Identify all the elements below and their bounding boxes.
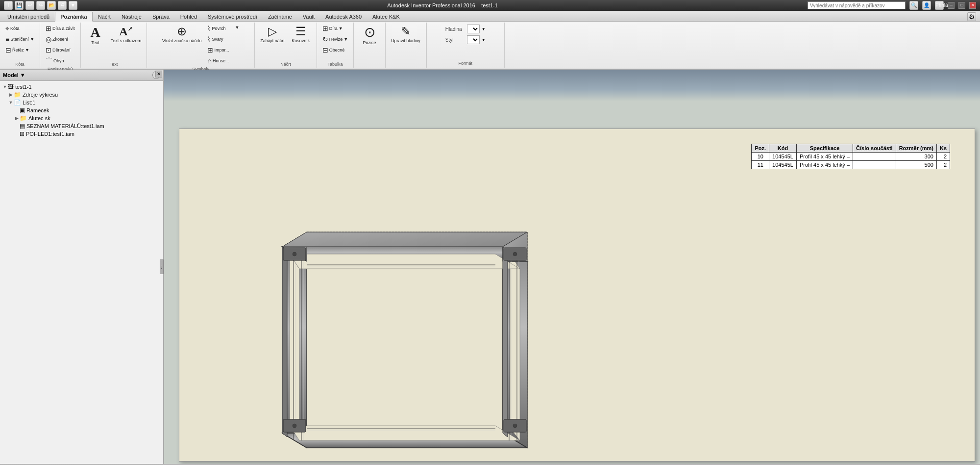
dira2-btn[interactable]: ⊞ Díra ▼ — [320, 24, 350, 33]
ribbon-group-nacrt: ▷ Zahájit náčrt ☰ Kusovník Náčrt — [255, 23, 317, 68]
quick-save[interactable]: 💾 — [15, 1, 24, 10]
title-bar: I 💾 ↩ ↪ 📂 🖨 ▼ Autodesk Inventor Professi… — [0, 0, 980, 11]
tab-alutec[interactable]: Alutec K&K — [367, 12, 405, 21]
ribbon-group-text: A Text A↗ Text s odkazem Text — [81, 23, 147, 68]
house-btn[interactable]: ⌂ House... — [205, 56, 231, 66]
search-input[interactable] — [808, 1, 906, 9]
kota-label: Kóta — [15, 61, 24, 67]
app-icon[interactable]: I — [4, 1, 13, 10]
quick-print[interactable]: 🖨 — [58, 1, 67, 10]
symboly-expand-btn[interactable]: ▼ — [232, 24, 242, 31]
maximize-btn[interactable]: □ — [958, 2, 965, 9]
tab-umisteni[interactable]: Umístění pohledů — [2, 12, 55, 21]
revize-icon: ↻ — [322, 36, 328, 43]
text-items: A Text A↗ Text s odkazem — [84, 24, 144, 61]
bom-ks: 2 — [936, 153, 950, 161]
ohyb-btn[interactable]: ⌒ Ohyb — [43, 56, 77, 66]
format-label: Formát — [458, 60, 472, 66]
minimize-btn[interactable]: ─ — [948, 2, 955, 9]
bom-ks: 2 — [936, 161, 950, 169]
quick-undo[interactable]: ↩ — [25, 1, 34, 10]
kota-btn[interactable]: ⌖ Kóta — [3, 24, 37, 33]
tab-nacrt[interactable]: Náčrt — [93, 12, 116, 21]
label-zdroje: Zdroje výkresu — [23, 92, 58, 98]
tab-pohled[interactable]: Pohled — [175, 12, 202, 21]
svary-icon: ⌇ — [207, 36, 211, 43]
sidebar-title[interactable]: Model ▼ — [3, 72, 25, 78]
bom-kod: 104545L — [769, 161, 797, 169]
zahajit-icon: ▷ — [268, 26, 277, 37]
retez-btn[interactable]: ⊟ Řetěz ▼ — [3, 45, 37, 55]
icon-pohled: ⊞ — [20, 130, 24, 137]
tab-zaciname[interactable]: Začínáme — [263, 12, 297, 21]
text-odkaz-btn[interactable]: A↗ Text s odkazem — [108, 24, 144, 45]
help-search-icon[interactable]: 🔍 — [909, 1, 918, 10]
tab-a360[interactable]: Autodesk A360 — [320, 12, 367, 21]
upravit-hladiny-btn[interactable]: ✎ Upravit hladiny — [389, 24, 423, 45]
user-icon[interactable]: 👤 — [922, 1, 931, 10]
tree-item-ramecek[interactable]: ▣ Ramecek — [2, 106, 161, 114]
bom-table: Poz. Kód Specifikace Číslo součásti Rozm… — [751, 144, 950, 169]
zkoseni-icon: ◎ — [46, 36, 51, 43]
quick-open[interactable]: 📂 — [47, 1, 56, 10]
tree-item-pohled[interactable]: ⊞ POHLED1:test1.iam — [2, 130, 161, 138]
bom-specifikace: Profil 45 x 45 lehký – — [796, 161, 853, 169]
expand-alutec: ▶ — [14, 116, 20, 121]
tab-vault[interactable]: Vault — [297, 12, 320, 21]
tab-poznamka[interactable]: Poznámka — [55, 12, 92, 22]
staniceni-btn[interactable]: ≡ Staničení ▼ — [3, 34, 37, 44]
close-btn[interactable]: ✕ — [969, 2, 976, 9]
tree-item-alutec[interactable]: ▶ 📁 Alutec sk — [2, 114, 161, 122]
kusovnik-btn[interactable]: ☰ Kusovník — [288, 24, 314, 45]
canvas-area[interactable]: Poz. Kód Specifikace Číslo součásti Rozm… — [164, 70, 980, 464]
sidebar-close-btn[interactable]: ✕ — [155, 71, 162, 78]
vlozit-btn[interactable]: ⊕ Vložit značku náčrtu — [160, 24, 204, 45]
svg-marker-12 — [503, 247, 508, 437]
hladina-select[interactable] — [467, 25, 480, 33]
quick-redo[interactable]: ↪ — [36, 1, 45, 10]
hladina-label: Hladina — [445, 26, 465, 32]
text-btn[interactable]: A Text — [84, 24, 107, 47]
bom-header-ks: Ks — [936, 144, 950, 153]
ribbon-group-kota: ⌖ Kóta ≡ Staničení ▼ ⊟ Řetěz ▼ Kóta — [0, 23, 40, 68]
tabulka-label: Tabulka — [327, 61, 343, 67]
kota-icon: ⌖ — [5, 25, 9, 32]
upravit-items: ✎ Upravit hladiny — [389, 24, 423, 66]
title-bar-title: Autodesk Inventor Professional 2016 test… — [77, 2, 808, 8]
tree-item-list[interactable]: ▼ 📄 List:1 — [2, 99, 161, 106]
label-seznam: SEZNAM MATERIÁLŮ:test1.iam — [26, 123, 104, 129]
tab-sprava[interactable]: Správa — [147, 12, 175, 21]
svary-btn[interactable]: ⌇ Svary — [205, 34, 231, 44]
pozice-btn[interactable]: ⊙ Pozice — [357, 24, 382, 47]
hladina-row: Hladina ▼ — [445, 25, 486, 33]
ribbon-tabs: Umístění pohledů Poznámka Náčrt Nástroje… — [0, 11, 980, 22]
quick-settings[interactable]: ▼ — [69, 1, 77, 10]
ribbon: ⌖ Kóta ≡ Staničení ▼ ⊟ Řetěz ▼ Kóta ⊞ — [0, 22, 980, 70]
text-icon: A — [91, 26, 100, 39]
tabulka-items: ⊞ Díra ▼ ↻ Revize ▼ ⊟ Obecné — [320, 24, 350, 61]
sign-in-btn[interactable]: Přihlásit — [935, 1, 944, 10]
svg-marker-5 — [290, 254, 520, 269]
obecne-btn[interactable]: ⊟ Obecné — [320, 45, 350, 55]
dira-zavit-btn[interactable]: ⊞ Díra a závit — [43, 24, 77, 33]
sidebar-resize-handle[interactable]: ⋮ — [160, 259, 164, 274]
sidebar-header: Model ▼ ? — [0, 70, 163, 81]
ribbon-settings-btn[interactable]: ⚙ — [967, 12, 976, 21]
tab-systemy[interactable]: Systémové prostředí — [202, 12, 263, 21]
derovani-btn[interactable]: ⊡ Děrování — [43, 45, 77, 55]
title-bar-right: 🔍 👤 Přihlásit ─ □ ✕ — [808, 1, 976, 10]
povrch-btn[interactable]: ⌇ Povrch — [205, 24, 231, 33]
tree-item-seznam[interactable]: ▤ SEZNAM MATERIÁLŮ:test1.iam — [2, 122, 161, 130]
tree-item-root[interactable]: ▼ 🖼 test1-1 — [2, 83, 161, 91]
zahajit-btn[interactable]: ▷ Zahájit náčrt — [258, 24, 287, 45]
expand-list: ▼ — [8, 100, 14, 105]
symboly-col: ⌇ Povrch ⌇ Svary ⊞ Impor... ⌂ House... — [205, 24, 231, 66]
zkoseni-btn[interactable]: ◎ Zkosení — [43, 34, 77, 44]
derovani-icon: ⊡ — [46, 47, 51, 53]
tree-item-zdroje[interactable]: ▶ 📁 Zdroje výkresu — [2, 91, 161, 99]
styl-select[interactable] — [467, 35, 480, 44]
tab-nastroje[interactable]: Nástroje — [116, 12, 147, 21]
import-btn[interactable]: ⊞ Impor... — [205, 45, 231, 55]
bom-rozmer: 300 — [896, 153, 936, 161]
revize-btn[interactable]: ↻ Revize ▼ — [320, 34, 350, 44]
